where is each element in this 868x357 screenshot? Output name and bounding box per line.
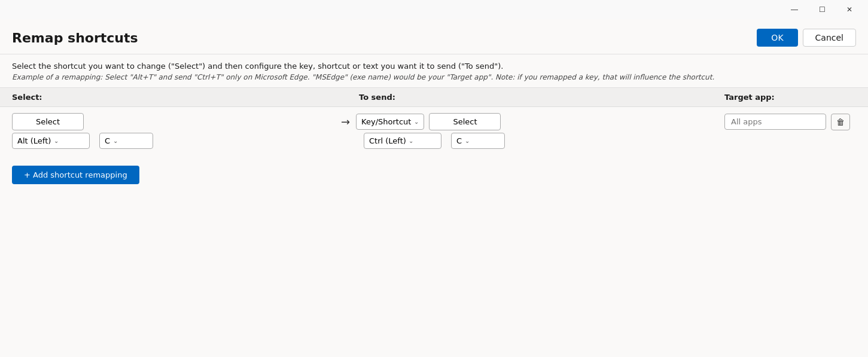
maximize-button[interactable]: ☐: [808, 0, 836, 19]
add-shortcut-button[interactable]: + Add shortcut remapping: [12, 166, 139, 184]
chevron-down-icon-3: ⌄: [113, 138, 118, 144]
trash-icon: 🗑: [836, 117, 845, 127]
key-shortcut-dropdown-wrapper[interactable]: Key/Shortcut ⌄: [356, 114, 424, 130]
cancel-button[interactable]: Cancel: [803, 29, 856, 47]
arrow-separator: →: [341, 115, 350, 128]
tosend-section-bottom: Ctrl (Left) ⌄ C ⌄: [364, 133, 724, 149]
remap-entry-1: Select → Key/Shortcut ⌄ Select: [12, 113, 856, 149]
remap-shortcuts-dialog: Remap shortcuts OK Cancel Select the sho…: [0, 19, 868, 357]
description-area: Select the shortcut you want to change (…: [0, 54, 868, 88]
ctrl-left-dropdown-wrapper[interactable]: Ctrl (Left) ⌄: [364, 133, 441, 149]
remap-rows: Select → Key/Shortcut ⌄ Select: [0, 107, 868, 160]
title-bar: — ☐ ✕: [0, 0, 868, 19]
select-section-top: Select: [12, 113, 335, 130]
targetapp-column-header: Target app:: [724, 93, 856, 102]
chevron-down-icon: ⌄: [414, 118, 419, 125]
alt-left-dropdown-wrapper[interactable]: Alt (Left) ⌄: [12, 133, 90, 149]
ok-button[interactable]: OK: [757, 29, 797, 47]
c-dropdown-1[interactable]: C: [105, 136, 111, 145]
dialog-title: Remap shortcuts: [12, 30, 138, 45]
close-button[interactable]: ✕: [836, 0, 863, 19]
chevron-down-icon-2: ⌄: [54, 138, 59, 144]
select-shortcut-button[interactable]: Select: [12, 113, 84, 130]
tosend-column-header: To send:: [359, 93, 724, 102]
delete-button[interactable]: 🗑: [831, 114, 850, 130]
description-main: Select the shortcut you want to change (…: [12, 62, 856, 71]
select-tosend-button[interactable]: Select: [429, 113, 501, 130]
c-dropdown-wrapper-2[interactable]: C ⌄: [451, 133, 505, 149]
c-dropdown-wrapper-1[interactable]: C ⌄: [99, 133, 153, 149]
remap-row-1-top: Select → Key/Shortcut ⌄ Select: [12, 113, 856, 130]
minimize-button[interactable]: —: [781, 0, 808, 19]
c-dropdown-2[interactable]: C: [456, 136, 462, 145]
remap-row-1-bottom: Alt (Left) ⌄ C ⌄: [12, 133, 856, 149]
chevron-down-icon-4: ⌄: [409, 138, 413, 144]
tosend-section-top: Key/Shortcut ⌄ Select: [356, 113, 724, 130]
select-column-header: Select:: [12, 93, 359, 102]
columns-header: Select: To send: Target app:: [0, 88, 868, 107]
select-section-bottom: Alt (Left) ⌄ C ⌄: [12, 133, 335, 149]
dialog-actions: OK Cancel: [757, 29, 856, 47]
alt-left-dropdown[interactable]: Alt (Left): [17, 136, 51, 145]
add-section: + Add shortcut remapping: [0, 160, 868, 190]
key-shortcut-dropdown[interactable]: Key/Shortcut: [361, 117, 412, 126]
dialog-header: Remap shortcuts OK Cancel: [0, 19, 868, 54]
target-app-input[interactable]: [724, 114, 826, 130]
ctrl-left-dropdown[interactable]: Ctrl (Left): [369, 136, 406, 145]
description-example: Example of a remapping: Select "Alt+T" a…: [12, 73, 856, 81]
targetapp-section: 🗑: [724, 114, 856, 130]
chevron-down-icon-5: ⌄: [465, 138, 470, 144]
